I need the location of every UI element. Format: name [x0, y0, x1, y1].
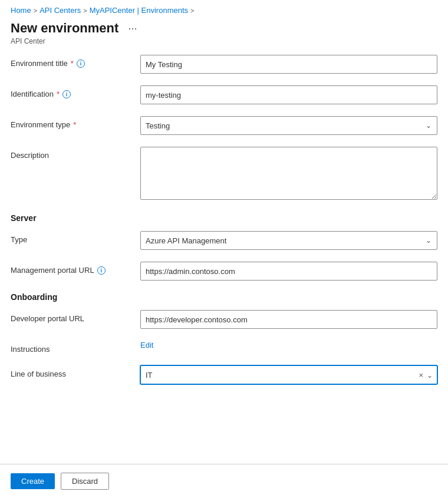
breadcrumb: Home > API Centers > MyAPICenter | Envir… [0, 0, 448, 18]
management-portal-url-info-icon[interactable]: i [97, 266, 106, 275]
breadcrumb-sep-1: > [34, 7, 37, 14]
environment-title-info-icon[interactable]: i [77, 60, 85, 68]
onboarding-section-title: Onboarding [11, 292, 437, 302]
server-type-select[interactable]: Azure API Management Custom None [140, 231, 437, 250]
description-textarea[interactable] [140, 147, 437, 200]
developer-portal-url-label: Developer portal URL [11, 310, 140, 323]
description-row: Description [11, 147, 437, 202]
line-of-business-row: Line of business × ⌄ [11, 365, 437, 384]
server-type-select-wrapper: Azure API Management Custom None ⌄ [140, 231, 437, 250]
management-portal-url-field [140, 262, 437, 281]
environment-type-select[interactable]: Testing Production Staging Development [140, 116, 437, 135]
breadcrumb-myapicenter[interactable]: MyAPICenter | Environments [90, 6, 188, 15]
management-portal-url-row: Management portal URL i [11, 262, 437, 281]
ellipsis-button[interactable]: ··· [124, 21, 140, 36]
management-portal-url-label: Management portal URL i [11, 262, 140, 275]
lob-icons: × ⌄ [419, 371, 433, 380]
line-of-business-input[interactable] [140, 365, 437, 384]
environment-title-row: Environment title * i [11, 55, 437, 74]
environment-type-field: Testing Production Staging Development ⌄ [140, 116, 437, 135]
identification-info-icon[interactable]: i [62, 90, 71, 98]
line-of-business-chevron-icon[interactable]: ⌄ [427, 371, 433, 379]
identification-row: Identification * i [11, 85, 437, 104]
server-type-field: Azure API Management Custom None ⌄ [140, 231, 437, 250]
footer-bar: Create Discard [0, 464, 448, 498]
server-type-row: Type Azure API Management Custom None ⌄ [11, 231, 437, 250]
identification-input[interactable] [140, 85, 437, 104]
instructions-row: Instructions Edit [11, 341, 437, 354]
environment-type-select-wrapper: Testing Production Staging Development ⌄ [140, 116, 437, 135]
page-header: New environment ··· [0, 18, 448, 37]
line-of-business-clear-icon[interactable]: × [419, 371, 423, 380]
form-container: Environment title * i Identification * i… [0, 55, 448, 384]
server-section-title: Server [11, 213, 437, 223]
breadcrumb-sep-3: > [190, 7, 194, 14]
server-type-label: Type [11, 231, 140, 244]
discard-button[interactable]: Discard [61, 473, 109, 490]
description-label: Description [11, 147, 140, 160]
breadcrumb-home[interactable]: Home [11, 6, 31, 15]
description-field [140, 147, 437, 202]
instructions-edit-button[interactable]: Edit [140, 341, 153, 349]
identification-field [140, 85, 437, 104]
developer-portal-url-input[interactable] [140, 310, 437, 329]
breadcrumb-sep-2: > [83, 7, 87, 14]
line-of-business-wrapper: × ⌄ [140, 365, 437, 384]
page-subtitle: API Center [0, 37, 448, 55]
identification-required-marker: * [57, 90, 60, 98]
breadcrumb-api-centers[interactable]: API Centers [39, 6, 81, 15]
line-of-business-label: Line of business [11, 365, 140, 378]
environment-type-label: Environment type * [11, 116, 140, 129]
environment-title-input[interactable] [140, 55, 437, 74]
instructions-field: Edit [140, 341, 437, 349]
required-marker: * [71, 59, 74, 68]
line-of-business-field: × ⌄ [140, 365, 437, 384]
environment-title-field [140, 55, 437, 74]
environment-title-label: Environment title * i [11, 55, 140, 68]
developer-portal-url-field [140, 310, 437, 329]
page-title: New environment [11, 21, 118, 36]
instructions-label: Instructions [11, 341, 140, 354]
environment-type-row: Environment type * Testing Production St… [11, 116, 437, 135]
management-portal-url-input[interactable] [140, 262, 437, 281]
create-button[interactable]: Create [11, 473, 55, 489]
developer-portal-url-row: Developer portal URL [11, 310, 437, 329]
server-section: Server Type Azure API Management Custom … [11, 213, 437, 281]
env-type-required-marker: * [73, 120, 76, 129]
identification-label: Identification * i [11, 85, 140, 98]
onboarding-section: Onboarding Developer portal URL Instruct… [11, 292, 437, 384]
